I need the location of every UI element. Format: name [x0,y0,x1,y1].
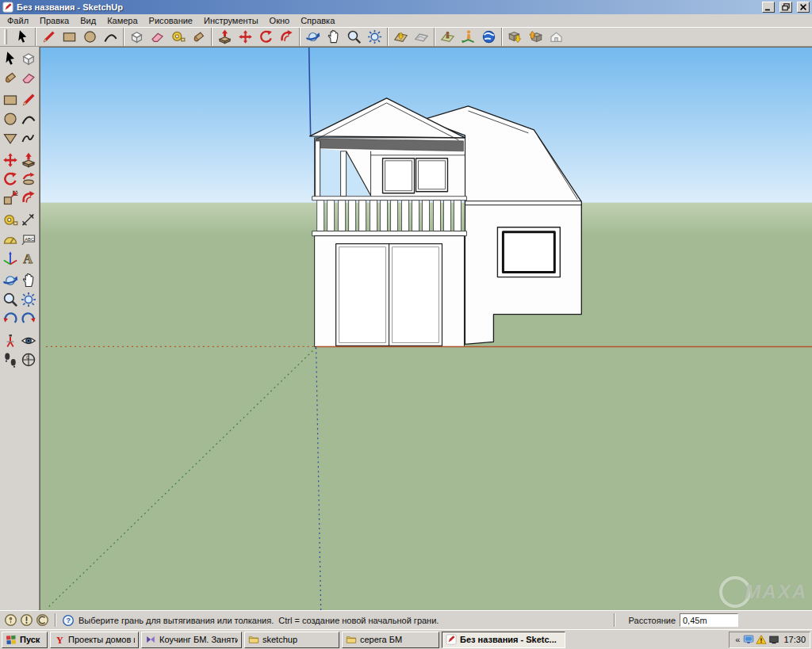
help-icon[interactable]: ? [62,614,75,627]
tray-warning-icon[interactable] [756,634,767,645]
select-button[interactable] [12,28,33,46]
rotate-tool-button[interactable] [2,170,20,188]
taskbar-button-folder-serega[interactable]: серега БМ [342,632,439,648]
get-models-button[interactable] [504,28,525,46]
arc-tool-button[interactable] [20,109,38,128]
share-model-button[interactable] [525,28,546,46]
eraser-icon [21,70,36,86]
circle-tool-tool-button[interactable] [2,109,20,128]
scale-tool-button[interactable] [2,189,20,207]
eraser-tool-button[interactable] [20,68,38,86]
line-icon [21,92,36,108]
axes-tool-icon [2,250,18,266]
text-tool-tool-button[interactable]: ABC [20,230,38,248]
menu-draw[interactable]: Рисование [144,15,198,26]
taskbar-button-folder-sketchup[interactable]: sketchup [244,632,339,648]
rotate-button[interactable] [255,28,276,46]
menu-view[interactable]: Вид [75,15,102,26]
porch-level [315,138,465,198]
line-tool-button[interactable] [20,90,38,109]
paint-bucket-button[interactable] [188,28,209,46]
taskbar-button-player-coaching[interactable]: Коучинг БМ. Занятие ... [141,632,242,648]
tape-measure-button[interactable] [167,28,188,46]
statusbar-divider-2 [614,613,615,627]
eraser-button[interactable] [147,28,167,46]
orbit-tool-button[interactable] [2,271,20,289]
zoom-next-tool-button[interactable] [20,309,38,327]
move-button[interactable] [235,28,255,46]
polygon-icon [2,130,18,146]
polygon-tool-button[interactable] [2,128,20,147]
paint-bucket-tool-button[interactable] [2,68,20,86]
zoom-tool-button[interactable] [2,290,20,308]
look-around-tool-button[interactable] [20,331,38,349]
zoom-button[interactable] [343,28,364,46]
follow-me-icon [21,171,36,187]
freehand-tool-button[interactable] [20,128,38,147]
claim-status-icon[interactable] [36,613,49,627]
viewport-canvas[interactable] [40,48,812,610]
svg-text:ABC: ABC [25,236,34,241]
minimize-button[interactable] [762,2,775,13]
viewport-3d[interactable] [40,47,812,610]
zoom-extents-tool-button[interactable] [20,290,38,308]
make-component-tool-button[interactable] [20,49,38,67]
place-model-button[interactable] [458,28,478,46]
push-pull-tool-button[interactable] [20,151,38,169]
distance-input[interactable]: 0,45m [680,613,738,627]
credits-status-icon[interactable] [20,613,33,627]
menu-help[interactable]: Справка [295,15,340,26]
toggle-terrain-button[interactable] [411,28,431,46]
tape-measure-icon [2,212,18,228]
follow-me-tool-button[interactable] [20,170,38,188]
push-pull-button[interactable] [214,28,235,46]
menu-tools[interactable]: Инструменты [198,15,264,26]
offset-tool-button[interactable] [20,189,38,207]
taskbar-button-sketchup-untitled[interactable]: Без названия - Sketc... [442,632,565,648]
close-button[interactable] [797,2,810,13]
threed-text-tool-button[interactable]: A [20,249,38,267]
taskbar-button-browser-projects[interactable]: YПроекты домов из газ... [50,632,139,648]
walk-tool-button[interactable] [2,350,20,368]
rectangle-tool-button[interactable] [2,90,20,109]
menu-window[interactable]: Окно [264,15,296,26]
start-button[interactable]: Пуск [2,632,48,648]
tray-display-icon[interactable] [743,634,754,645]
protractor-tool-button[interactable] [2,230,20,248]
axes-tool-tool-button[interactable] [2,249,20,267]
position-camera-tool-button[interactable] [2,331,20,349]
dimension-tool-button[interactable] [20,211,38,229]
pan-tool-button[interactable] [20,271,38,289]
make-component-button[interactable] [126,28,147,46]
geo-status-icon[interactable] [4,613,17,627]
zoom-extents-button[interactable] [364,28,385,46]
porch-opening-1 [320,149,342,197]
line-button[interactable] [38,28,59,46]
photo-textures-button[interactable] [437,28,458,46]
tray-monitor-icon[interactable] [768,634,779,645]
zoom-previous-tool-button[interactable] [2,309,20,327]
pan-button[interactable] [323,28,343,46]
arc-button[interactable] [100,28,121,46]
rectangle-button[interactable] [59,28,79,46]
menu-edit[interactable]: Правка [34,15,75,26]
player-icon [145,634,156,645]
tray-chevron[interactable]: « [733,635,741,644]
offset-icon [21,190,36,206]
circle-tool-button[interactable] [79,28,100,46]
menu-file[interactable]: Файл [2,15,34,26]
select-tool-button[interactable] [2,49,20,67]
svg-text:C: C [26,354,29,359]
toolbar-grip[interactable] [4,29,7,44]
offset-button[interactable] [276,28,297,46]
restore-button[interactable] [779,2,792,13]
move-icon [2,152,18,168]
add-location-button[interactable] [390,28,411,46]
orbit-button[interactable] [302,28,323,46]
tape-measure-tool-button[interactable] [2,211,20,229]
google-earth-button[interactable] [478,28,499,46]
menu-camera[interactable]: Камера [102,15,143,26]
section-plane-tool-button[interactable]: C [20,350,38,368]
move-tool-button[interactable] [2,151,20,169]
warehouse-house-button[interactable] [546,28,566,46]
